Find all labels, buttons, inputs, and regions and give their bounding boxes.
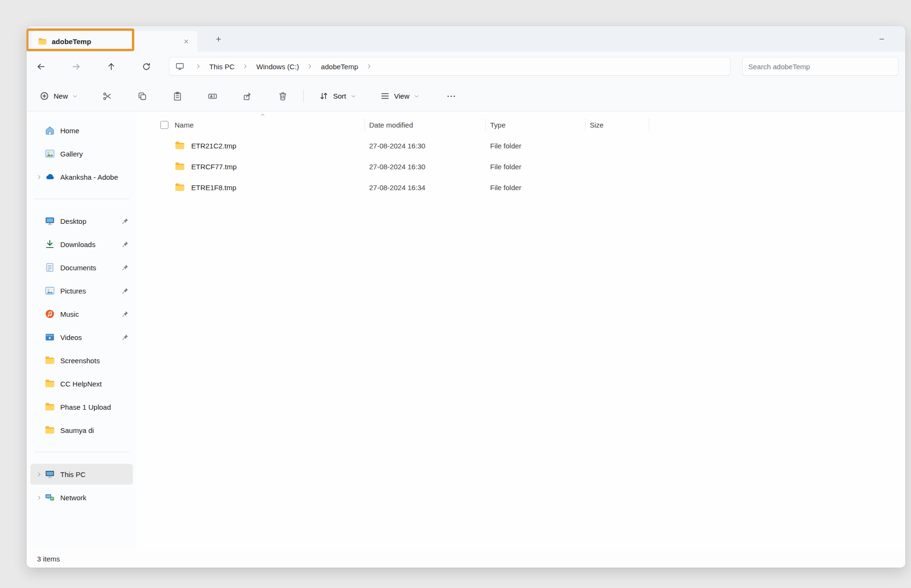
breadcrumb-this-pc[interactable]: This PC [208,61,235,72]
sort-button-label: Sort [333,92,346,100]
forward-button[interactable] [65,56,86,76]
sidebar-item-label: Downloads [60,240,121,248]
search-box[interactable] [742,57,899,76]
pin-icon [121,240,129,248]
documents-icon [45,262,55,273]
sidebar-item-network[interactable]: Network [30,487,133,508]
sidebar-item-music[interactable]: Music [30,303,133,324]
pin-icon [121,287,129,294]
folder-icon [45,402,55,412]
pin-icon [121,310,129,318]
file-row[interactable]: ETR21C2.tmp 27-08-2024 16:30 File folder [137,135,905,156]
sidebar-item-label: Phase 1 Upload [60,403,129,411]
sidebar-item-gallery[interactable]: Gallery [30,143,133,164]
new-tab-button[interactable] [211,31,226,46]
sidebar-item-onedrive[interactable]: Akanksha - Adobe [30,166,133,187]
clipboard-paste-icon [172,91,183,101]
minimize-icon [878,36,885,43]
column-header-type[interactable]: Type [485,114,585,135]
folder-icon [38,37,47,46]
onedrive-cloud-icon [45,172,55,182]
breadcrumb-windows-c[interactable]: Windows (C:) [255,61,300,72]
new-button[interactable]: New [33,86,84,106]
videos-icon [45,332,55,342]
sidebar: Home Gallery Akanksha - Adobe [27,111,137,550]
sidebar-item-pictures[interactable]: Pictures [30,280,133,301]
paste-button[interactable] [167,86,188,106]
up-button[interactable] [101,56,121,76]
column-header-date-modified[interactable]: Date modified [364,114,485,135]
tab-title: adobeTemp [52,37,175,46]
chevron-right-icon[interactable] [36,471,42,478]
file-date-modified: 27-08-2024 16:34 [364,184,485,192]
toolbar-divider [303,90,304,102]
sidebar-item-downloads[interactable]: Downloads [30,234,133,255]
column-header-name[interactable]: Name [175,114,364,135]
item-count: 3 items [37,555,60,563]
minimize-button[interactable] [872,31,891,46]
chevron-right-icon [242,63,249,70]
file-type: File folder [485,184,585,192]
chevron-right-icon [366,63,372,70]
file-row[interactable]: ETRCF77.tmp 27-08-2024 16:30 File folder [137,156,905,177]
file-row[interactable]: ETRE1F8.tmp 27-08-2024 16:34 File folder [137,177,905,198]
chevron-down-icon [414,93,419,99]
sidebar-item-label: CC HelpNext [60,380,129,388]
refresh-button[interactable] [136,56,157,76]
search-input[interactable] [748,63,892,71]
sidebar-item-documents[interactable]: Documents [30,257,133,278]
chevron-right-icon[interactable] [36,495,42,501]
view-button[interactable]: View [374,86,425,106]
sidebar-item-desktop[interactable]: Desktop [30,211,133,231]
select-all-checkbox[interactable] [160,121,168,129]
file-list: Name Date modified Type Size [137,111,905,550]
sidebar-item-saumya-di[interactable]: Saumya di [30,420,133,441]
view-button-label: View [394,92,409,100]
file-name: ETRE1F8.tmp [191,184,236,192]
folder-icon [45,355,55,366]
arrow-up-icon [106,62,116,72]
sidebar-divider [34,452,129,452]
music-icon [45,309,55,319]
chevron-right-icon[interactable] [36,174,42,180]
downloads-icon [45,239,55,249]
sort-icon [319,91,329,101]
rename-button[interactable] [202,86,223,106]
back-button[interactable] [30,56,51,76]
network-icon [45,492,55,503]
delete-button[interactable] [272,86,294,106]
sidebar-item-label: Home [60,127,129,135]
sidebar-item-label: Akanksha - Adobe [60,173,129,181]
share-icon [242,91,253,101]
folder-icon [175,182,185,193]
sidebar-item-screenshots[interactable]: Screenshots [30,350,133,371]
file-name: ETRCF77.tmp [191,163,237,171]
file-type: File folder [485,142,585,150]
sidebar-item-cc-helpnext[interactable]: CC HelpNext [30,373,133,394]
column-header-size[interactable]: Size [585,114,649,135]
sidebar-item-label: Gallery [60,150,129,158]
breadcrumb[interactable]: This PC Windows (C:) adobeTemp [169,57,731,76]
tab-adobetemp[interactable]: adobeTemp [31,31,197,52]
copy-button[interactable] [131,86,153,106]
rename-icon [207,91,218,101]
sidebar-item-home[interactable]: Home [30,120,133,141]
sidebar-item-label: Videos [60,333,121,341]
close-icon [183,38,189,45]
share-button[interactable] [237,86,259,106]
this-pc-icon [45,469,55,479]
pin-icon [121,333,129,341]
tab-close-button[interactable] [179,35,193,48]
view-list-icon [380,91,390,101]
sort-button[interactable]: Sort [313,86,362,106]
more-options-button[interactable] [440,86,462,106]
sidebar-item-videos[interactable]: Videos [30,327,133,348]
breadcrumb-adobetemp[interactable]: adobeTemp [320,61,359,72]
copy-icon [137,91,148,101]
arrow-left-icon [36,62,46,72]
chevron-right-icon [307,63,313,70]
sidebar-item-this-pc[interactable]: This PC [30,464,133,485]
cut-button[interactable] [96,86,118,106]
refresh-icon [141,62,151,72]
sidebar-item-phase-1-upload[interactable]: Phase 1 Upload [30,396,133,417]
